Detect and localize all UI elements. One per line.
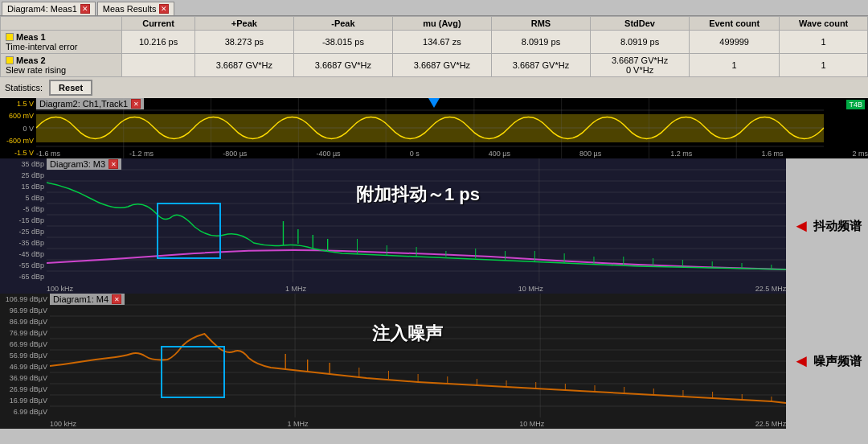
col-header-label — [1, 17, 122, 31]
meas2-stddev: 3.6687 GV*Hz0 V*Hz — [591, 54, 690, 77]
diagram2-x-axis: -1.6 ms -1.2 ms -800 µs -400 µs 0 s 400 … — [36, 150, 868, 158]
table-row-meas2: Meas 2 Slew rate rising 3.6687 GV*Hz 3.6… — [1, 54, 868, 77]
diagram2-close-icon[interactable]: ✕ — [131, 99, 141, 109]
diagram1-arrow-icon: ◄ — [792, 351, 810, 372]
diagram1-close-icon[interactable]: ✕ — [112, 294, 121, 304]
diagram3-x-axis: 100 kHz 1 MHz 10 MHz 22.5 MHz — [47, 285, 786, 293]
tab-diagram4-meas1[interactable]: Diagram4: Meas1 ✕ — [2, 2, 96, 15]
meas1-stddev: 8.0919 ps — [591, 31, 690, 54]
tab-meas-results-label: Meas Results — [103, 4, 157, 14]
meas2-event-count: 1 — [690, 54, 780, 77]
diagram2-title: Diagram2: Ch1,Track1 — [39, 99, 128, 109]
diagram3-annotation: 附加抖动～1 ps — [356, 183, 480, 207]
col-header-wave-count: Wave count — [780, 17, 868, 31]
tab-diagram4-close-icon[interactable]: ✕ — [80, 4, 90, 14]
diagram3-close-icon[interactable]: ✕ — [108, 159, 118, 169]
diagram3-y-axis: 35 dBp 25 dBp 15 dBp 5 dBp -5 dBp -15 dB… — [0, 158, 47, 282]
col-header-mu: mu (Avg) — [392, 17, 491, 31]
diagram2-waveform: 1.5 V 600 mV 0 V -600 mV -1.5 V Diagram2… — [0, 98, 868, 158]
meas-table: Current +Peak -Peak mu (Avg) RMS StdDev … — [0, 16, 868, 77]
meas2-label: Meas 2 Slew rate rising — [1, 54, 122, 77]
meas2-peak-neg: 3.6687 GV*Hz — [293, 54, 392, 77]
tab-meas-results[interactable]: Meas Results ✕ — [97, 2, 175, 15]
tab-marker: T4B — [846, 100, 865, 109]
diagram1-title-bar: Diagram1: M4 ✕ — [50, 294, 125, 305]
col-header-current: Current — [122, 17, 195, 31]
meas1-peak-pos: 38.273 ps — [194, 31, 293, 54]
diagram3-container: 35 dBp 25 dBp 15 dBp 5 dBp -5 dBp -15 dB… — [0, 158, 868, 294]
diagram1-y-axis: 106.99 dBµV 96.99 dBµV 86.99 dBµV 76.99 … — [0, 294, 50, 417]
meas2-rms: 3.6687 GV*Hz — [491, 54, 590, 77]
diagram1-annotation: 注入噪声 — [372, 322, 443, 346]
meas1-wave-count: 1 — [780, 31, 868, 54]
diagram3-title: Diagram3: M3 — [50, 159, 105, 169]
statistics-row: Statistics: Reset — [0, 77, 868, 98]
diagram3-selection-box — [157, 203, 221, 259]
meas1-indicator — [6, 33, 14, 41]
diagram2-y-axis: 1.5 V 600 mV 0 V -600 mV -1.5 V — [0, 98, 36, 158]
tab-diagram4-meas1-label: Diagram4: Meas1 — [7, 4, 77, 14]
statistics-label: Statistics: — [5, 83, 43, 92]
diagram2-cursor — [428, 98, 440, 108]
meas1-mu: 134.67 zs — [392, 31, 491, 54]
meas2-peak-pos: 3.6687 GV*Hz — [194, 54, 293, 77]
diagram1-arrow-text: 噪声频谱 — [813, 354, 862, 369]
diagram1-x-axis: 100 kHz 1 MHz 10 MHz 22.5 MHz — [50, 420, 786, 428]
meas1-label: Meas 1 Time-interval error — [1, 31, 122, 54]
diagram2-title-bar: Diagram2: Ch1,Track1 ✕ — [36, 98, 144, 109]
col-header-peak-neg: -Peak — [293, 17, 392, 31]
col-header-event-count: Event count — [690, 17, 780, 31]
measurements-panel: Current +Peak -Peak mu (Avg) RMS StdDev … — [0, 16, 868, 98]
meas1-subtitle: Time-interval error — [6, 42, 117, 51]
meas2-mu: 3.6687 GV*Hz — [392, 54, 491, 77]
diagram1-title: Diagram1: M4 — [53, 294, 108, 304]
col-header-rms: RMS — [491, 17, 590, 31]
table-row-meas1: Meas 1 Time-interval error 10.216 ps 38.… — [1, 31, 868, 54]
diagram1-arrow-label: ◄ 噪声频谱 — [786, 294, 868, 429]
diagram1-selection-box — [161, 346, 225, 398]
diagram1-noise: 106.99 dBµV 96.99 dBµV 86.99 dBµV 76.99 … — [0, 294, 786, 429]
meas1-peak-neg: -38.015 ps — [293, 31, 392, 54]
diagram1-container: 106.99 dBµV 96.99 dBµV 86.99 dBµV 76.99 … — [0, 294, 868, 429]
meas1-event-count: 499999 — [690, 31, 780, 54]
tab-meas-results-close-icon[interactable]: ✕ — [159, 4, 169, 14]
reset-button[interactable]: Reset — [49, 80, 92, 96]
tab-bar: Diagram4: Meas1 ✕ Meas Results ✕ — [0, 0, 868, 16]
meas1-rms: 8.0919 ps — [491, 31, 590, 54]
col-header-peak-pos: +Peak — [194, 17, 293, 31]
diagram3-arrow-text: 抖动频谱 — [813, 219, 862, 234]
meas2-current — [122, 54, 195, 77]
diagram3-title-bar: Diagram3: M3 ✕ — [47, 158, 121, 170]
col-header-stddev: StdDev — [591, 17, 690, 31]
diagram3-jitter: 35 dBp 25 dBp 15 dBp 5 dBp -5 dBp -15 dB… — [0, 158, 786, 294]
diagram3-arrow-icon: ◄ — [792, 216, 810, 236]
meas2-indicator — [6, 56, 14, 64]
meas2-subtitle: Slew rate rising — [6, 65, 117, 75]
diagram3-arrow-label: ◄ 抖动频谱 — [786, 158, 868, 294]
meas1-current: 10.216 ps — [122, 31, 195, 54]
meas2-wave-count: 1 — [780, 54, 868, 77]
